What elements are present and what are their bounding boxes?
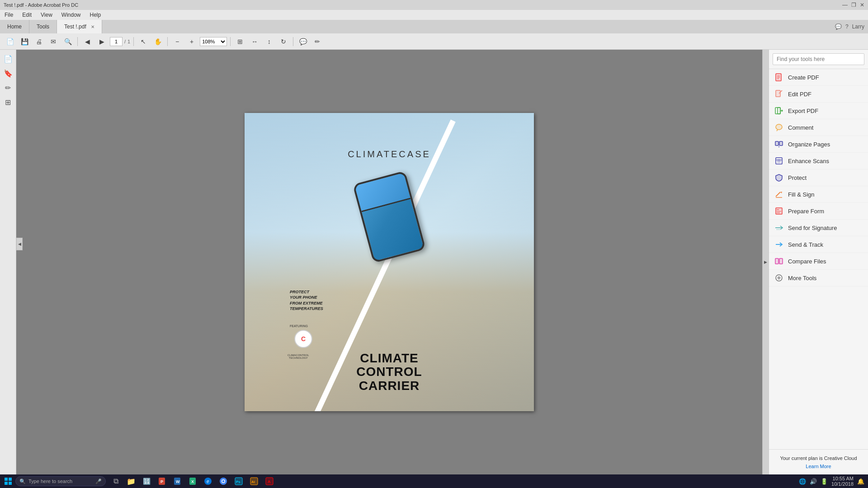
taskbar-chrome[interactable] bbox=[216, 475, 231, 487]
hand-tool-btn[interactable]: ✋ bbox=[151, 36, 164, 47]
select-tool-btn[interactable]: ↖ bbox=[137, 36, 150, 47]
comment-label: Comment bbox=[788, 124, 813, 131]
start-button[interactable] bbox=[2, 475, 14, 487]
new-file-btn[interactable]: 📄 bbox=[4, 36, 16, 47]
plan-text: Your current plan is Creative Cloud bbox=[774, 455, 863, 462]
taskbar-notification-icon[interactable]: 🔔 bbox=[857, 478, 864, 485]
learn-more-link[interactable]: Learn More bbox=[774, 464, 863, 469]
menu-file[interactable]: File bbox=[3, 11, 15, 19]
tool-send-signature[interactable]: Send for Signature bbox=[769, 220, 868, 236]
taskbar-file-explorer[interactable]: 📁 bbox=[124, 475, 138, 487]
menu-view[interactable]: View bbox=[39, 11, 54, 19]
taskbar-battery-icon[interactable]: 🔋 bbox=[821, 478, 828, 485]
svg-line-23 bbox=[776, 192, 780, 197]
search-btn[interactable]: 🔍 bbox=[61, 36, 74, 47]
svg-rect-10 bbox=[778, 108, 780, 114]
tool-create-pdf[interactable]: Create PDF bbox=[769, 69, 868, 86]
fit-height-btn[interactable]: ↕ bbox=[263, 36, 275, 47]
prev-page-btn[interactable]: ◀ bbox=[81, 36, 94, 47]
close-button[interactable]: ✕ bbox=[860, 2, 864, 8]
tabbar: Home Tools Test !.pdf ✕ 💬 ? Larry bbox=[0, 20, 868, 33]
zoom-out-btn[interactable]: − bbox=[171, 36, 184, 47]
taskbar-excel[interactable]: X bbox=[185, 475, 200, 487]
email-btn[interactable]: ✉ bbox=[47, 36, 60, 47]
taskbar-calculator[interactable]: 🔢 bbox=[139, 475, 154, 487]
help-icon-tab[interactable]: ? bbox=[845, 23, 849, 30]
tab-home[interactable]: Home bbox=[0, 20, 29, 33]
restore-button[interactable]: ❐ bbox=[851, 2, 856, 8]
rotate-btn[interactable]: ↻ bbox=[277, 36, 290, 47]
expand-panel-btn[interactable]: ▶ bbox=[762, 50, 769, 474]
tool-fill-sign[interactable]: Fill & Sign bbox=[769, 186, 868, 203]
comment-icon-tab[interactable]: 💬 bbox=[835, 23, 842, 30]
menubar: File Edit View Window Help bbox=[0, 10, 868, 20]
svg-rect-29 bbox=[777, 211, 781, 212]
tools-search-input[interactable] bbox=[773, 53, 864, 65]
svg-point-55 bbox=[222, 480, 225, 483]
tool-export-pdf[interactable]: Export PDF bbox=[769, 103, 868, 119]
pdf-area: CLIMATECASE PROTECTYOUR PHONEFROM EXTREM… bbox=[16, 50, 762, 474]
tool-enhance-scans[interactable]: Enhance Scans bbox=[769, 153, 868, 169]
svg-text:e: e bbox=[207, 479, 209, 484]
sidebar-annotation-icon[interactable]: ✏ bbox=[2, 81, 14, 94]
tool-compare-files[interactable]: Compare Files bbox=[769, 253, 868, 270]
sep5 bbox=[293, 37, 293, 46]
protect-label: Protect bbox=[788, 174, 807, 181]
print-btn[interactable]: 🖨 bbox=[33, 36, 45, 47]
svg-text:A: A bbox=[268, 479, 271, 484]
taskbar-edge[interactable]: e bbox=[201, 475, 215, 487]
sidebar-bookmark-icon[interactable]: 🔖 bbox=[2, 67, 14, 80]
taskbar-photoshop[interactable]: Ps bbox=[231, 475, 246, 487]
taskbar-acrobat[interactable]: A bbox=[262, 475, 277, 487]
menu-window[interactable]: Window bbox=[60, 11, 83, 19]
menu-edit[interactable]: Edit bbox=[20, 11, 33, 19]
tab-tools[interactable]: Tools bbox=[29, 20, 57, 33]
annotation-btn[interactable]: 💬 bbox=[297, 36, 309, 47]
user-account[interactable]: Larry bbox=[852, 23, 864, 30]
tool-more-tools[interactable]: More Tools bbox=[769, 270, 868, 286]
fit-page-btn[interactable]: ⊞ bbox=[234, 36, 246, 47]
taskbar-task-view[interactable]: ⧉ bbox=[108, 475, 123, 487]
tab-file[interactable]: Test !.pdf ✕ bbox=[57, 20, 102, 33]
tool-comment[interactable]: Comment bbox=[769, 119, 868, 136]
taskbar-apps: ⧉ 📁 🔢 P W X e bbox=[108, 475, 277, 487]
taskbar-word[interactable]: W bbox=[170, 475, 184, 487]
zoom-select[interactable]: 108% 100% 75% 50% 125% 150% bbox=[200, 37, 227, 46]
tab-close-icon[interactable]: ✕ bbox=[91, 24, 94, 29]
sidebar-layers-icon[interactable]: ⊞ bbox=[2, 96, 14, 108]
edit-pdf-label: Edit PDF bbox=[788, 91, 811, 98]
menu-help[interactable]: Help bbox=[88, 11, 103, 19]
taskbar-search[interactable]: 🔍 Type here to search 🎤 bbox=[15, 476, 106, 486]
windows-logo-icon bbox=[5, 478, 12, 485]
fill-sign-label: Fill & Sign bbox=[788, 191, 815, 198]
fit-width-btn[interactable]: ↔ bbox=[248, 36, 261, 47]
next-page-btn[interactable]: ▶ bbox=[95, 36, 108, 47]
tool-protect[interactable]: Protect bbox=[769, 169, 868, 186]
tool-prepare-form[interactable]: Prepare Form bbox=[769, 203, 868, 220]
taskbar-date: 10/1/2018 bbox=[831, 481, 854, 487]
taskbar-illustrator[interactable]: Ai bbox=[247, 475, 261, 487]
page-number-input[interactable]: 1 bbox=[110, 37, 123, 46]
more-tools-icon bbox=[774, 273, 783, 282]
taskbar-clock[interactable]: 10:55 AM 10/1/2018 bbox=[831, 476, 854, 487]
draw-btn[interactable]: ✏ bbox=[311, 36, 324, 47]
collapse-panel-btn[interactable]: ◀ bbox=[16, 238, 23, 250]
taskbar-search-text: Type here to search bbox=[28, 479, 72, 484]
svg-text:W: W bbox=[176, 479, 180, 484]
zoom-in-btn[interactable]: + bbox=[185, 36, 198, 47]
minimize-button[interactable]: — bbox=[842, 2, 848, 8]
taskbar-time: 10:55 AM bbox=[831, 476, 854, 481]
taskbar-volume-icon[interactable]: 🔊 bbox=[810, 478, 817, 485]
taskbar-powerpoint[interactable]: P bbox=[155, 475, 169, 487]
tool-send-track[interactable]: Send & Track bbox=[769, 236, 868, 253]
sidebar-thumbnail-icon[interactable]: 📄 bbox=[2, 52, 14, 65]
taskbar-mic-icon[interactable]: 🎤 bbox=[95, 479, 102, 484]
save-btn[interactable]: 💾 bbox=[18, 36, 31, 47]
organize-pages-label: Organize Pages bbox=[788, 141, 830, 148]
export-pdf-icon bbox=[774, 106, 783, 115]
tool-edit-pdf[interactable]: Edit PDF bbox=[769, 86, 868, 103]
taskbar-network-icon[interactable]: 🌐 bbox=[799, 478, 806, 485]
enhance-scans-icon bbox=[774, 156, 783, 165]
send-signature-icon bbox=[774, 223, 783, 232]
tool-organize-pages[interactable]: Organize Pages bbox=[769, 136, 868, 153]
